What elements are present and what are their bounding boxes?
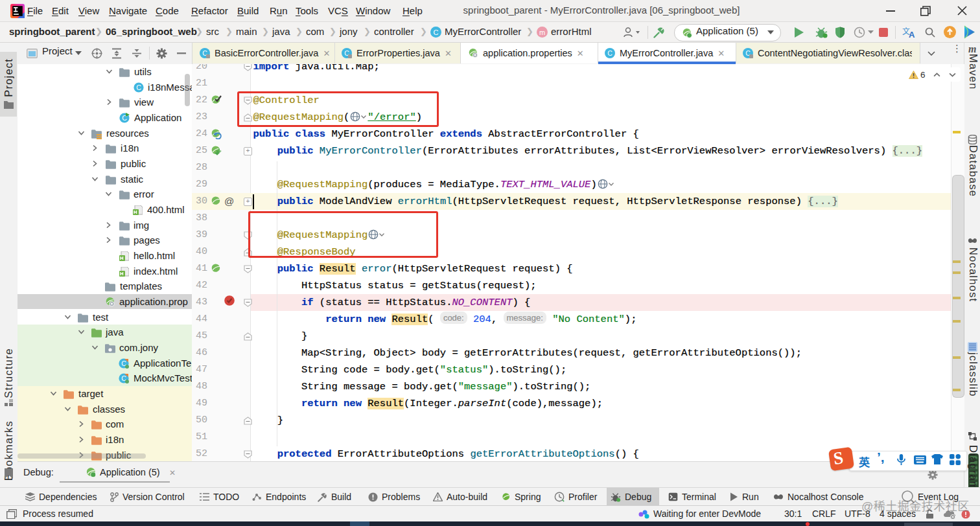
svg-text:C: C [136, 84, 141, 91]
svg-text:C: C [434, 29, 439, 36]
svg-text:m: m [539, 29, 545, 36]
svg-text:C: C [607, 49, 612, 57]
svg-text:A: A [909, 30, 915, 38]
